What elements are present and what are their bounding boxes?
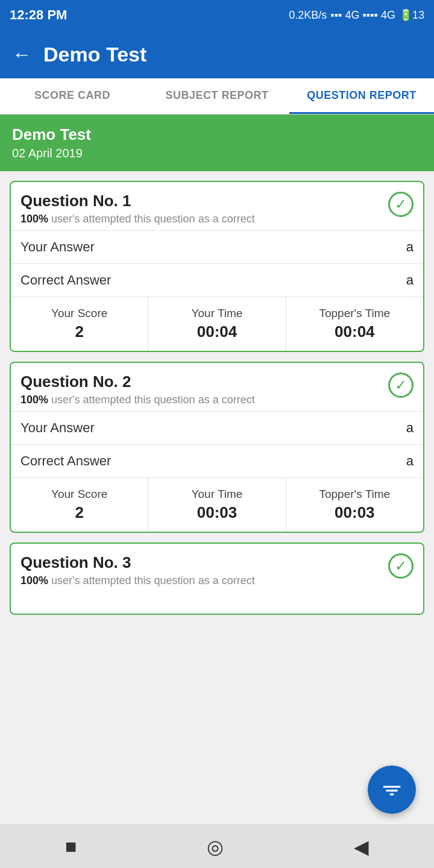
question-2-time-cell: Your Time 00:03 xyxy=(148,478,286,532)
question-2-stats-row: Your Score 2 Your Time 00:03 Topper's Ti… xyxy=(11,477,423,532)
question-card-1: Question No. 1 100% user's attempted thi… xyxy=(10,181,424,352)
tab-bar: SCORE CARD SUBJECT REPORT QUESTION REPOR… xyxy=(0,78,434,115)
question-2-attempt-label: user's attempted this question as a corr… xyxy=(51,394,255,406)
nav-triangle-icon[interactable]: ◀ xyxy=(354,835,369,858)
question-3-pct: 100% xyxy=(20,574,48,587)
question-1-correct-answer-row: Correct Answer a xyxy=(11,263,423,297)
question-2-header: Question No. 2 100% user's attempted thi… xyxy=(11,363,423,411)
question-1-your-answer-row: Your Answer a xyxy=(11,230,423,263)
tab-score-card[interactable]: SCORE CARD xyxy=(0,78,145,114)
question-1-pct: 100% xyxy=(20,213,48,225)
question-2-your-answer-row: Your Answer a xyxy=(11,411,423,444)
status-bar: 12:28 PM 0.2KB/s ▪▪▪ 4G ▪▪▪▪ 4G 🔋13 xyxy=(0,0,434,30)
nav-circle-icon[interactable]: ◎ xyxy=(207,835,224,858)
your-answer-label-2: Your Answer xyxy=(20,420,95,436)
question-3-attempt: 100% user's attempted this question as a… xyxy=(20,574,255,587)
question-2-correct-icon: ✓ xyxy=(388,373,414,398)
correct-answer-label-1: Correct Answer xyxy=(20,272,111,288)
signal-text: 0.2KB/s xyxy=(289,9,327,22)
question-2-score-label: Your Score xyxy=(51,488,107,501)
question-2-pct: 100% xyxy=(20,394,48,406)
question-1-time-cell: Your Time 00:04 xyxy=(148,297,286,351)
question-2-attempt: 100% user's attempted this question as a… xyxy=(20,394,255,406)
question-2-number: Question No. 2 xyxy=(20,373,255,391)
question-1-correct-answer-val: a xyxy=(406,272,414,288)
question-1-stats-row: Your Score 2 Your Time 00:04 Topper's Ti… xyxy=(11,297,423,351)
nav-square-icon[interactable]: ■ xyxy=(65,835,77,858)
question-1-time-label: Your Time xyxy=(192,307,243,320)
question-1-score-cell: Your Score 2 xyxy=(11,297,148,351)
status-icons: 0.2KB/s ▪▪▪ 4G ▪▪▪▪ 4G 🔋13 xyxy=(289,8,424,22)
filter-icon xyxy=(380,778,403,801)
question-2-topper-cell: Topper's Time 00:03 xyxy=(286,478,423,532)
question-2-correct-answer-val: a xyxy=(406,453,414,469)
question-1-header: Question No. 1 100% user's attempted thi… xyxy=(11,182,423,230)
test-date: 02 April 2019 xyxy=(12,146,422,160)
question-1-correct-icon: ✓ xyxy=(388,192,414,217)
question-2-time-label: Your Time xyxy=(192,488,243,501)
question-3-correct-icon: ✓ xyxy=(388,553,414,579)
question-2-topper-value: 00:03 xyxy=(335,503,375,522)
question-2-score-value: 2 xyxy=(75,503,83,522)
tab-question-report[interactable]: QUESTION REPORT xyxy=(289,78,434,114)
question-card-3: Question No. 3 100% user's attempted thi… xyxy=(10,542,424,615)
question-1-score-label: Your Score xyxy=(51,307,107,320)
question-2-your-answer-val: a xyxy=(406,420,414,436)
question-2-time-value: 00:03 xyxy=(197,503,237,522)
network-text: ▪▪▪ 4G ▪▪▪▪ 4G xyxy=(330,9,395,22)
page-title: Demo Test xyxy=(43,43,146,66)
status-time: 12:28 PM xyxy=(10,7,67,23)
question-card-2: Question No. 2 100% user's attempted thi… xyxy=(10,362,424,533)
tab-subject-report[interactable]: SUBJECT REPORT xyxy=(145,78,289,114)
question-2-score-cell: Your Score 2 xyxy=(11,478,148,532)
question-1-topper-cell: Topper's Time 00:04 xyxy=(286,297,423,351)
content-area: Question No. 1 100% user's attempted thi… xyxy=(0,171,434,634)
correct-answer-label-2: Correct Answer xyxy=(20,453,111,469)
question-1-attempt-label: user's attempted this question as a corr… xyxy=(51,213,255,225)
bottom-nav: ■ ◎ ◀ xyxy=(0,825,434,868)
question-2-topper-label: Topper's Time xyxy=(319,488,390,501)
question-3-attempt-label: user's attempted this question as a corr… xyxy=(51,574,255,587)
filter-fab-button[interactable] xyxy=(368,766,416,814)
question-3-header: Question No. 3 100% user's attempted thi… xyxy=(11,544,423,592)
question-1-number: Question No. 1 xyxy=(20,192,255,210)
app-header: ← Demo Test xyxy=(0,30,434,78)
question-1-topper-label: Topper's Time xyxy=(319,307,390,320)
question-1-topper-value: 00:04 xyxy=(335,322,375,341)
question-2-correct-answer-row: Correct Answer a xyxy=(11,444,423,477)
test-name: Demo Test xyxy=(12,125,422,144)
question-1-score-value: 2 xyxy=(75,322,83,341)
question-1-attempt: 100% user's attempted this question as a… xyxy=(20,213,255,225)
test-banner: Demo Test 02 April 2019 xyxy=(0,115,434,171)
question-1-time-value: 00:04 xyxy=(197,322,237,341)
your-answer-label-1: Your Answer xyxy=(20,239,95,255)
question-1-your-answer-val: a xyxy=(406,239,414,255)
back-button[interactable]: ← xyxy=(12,43,31,66)
battery-text: 🔋13 xyxy=(399,8,424,22)
question-3-number: Question No. 3 xyxy=(20,553,255,572)
